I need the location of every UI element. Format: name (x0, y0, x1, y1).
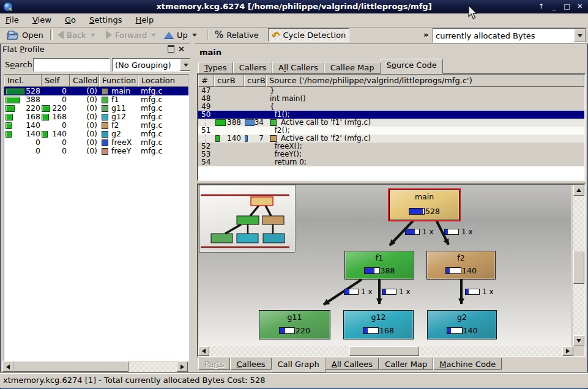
column-line[interactable]: # (198, 75, 214, 87)
column-self[interactable]: Self (42, 75, 70, 87)
tab-all-callees[interactable]: All Callees (326, 358, 379, 370)
flat-profile-table: Incl. Self Called Function Location 528 … (4, 74, 189, 361)
table-row-f2[interactable]: 140 0 (0) f2 mfg.c (4, 121, 188, 130)
flat-profile-hscrollbar[interactable] (2, 361, 188, 372)
dock-close-icon[interactable]: × (178, 46, 185, 52)
table-row-main[interactable]: 528 0 (0) main mfg.c (4, 87, 188, 95)
graph-node-g12[interactable]: g12 168 (343, 310, 414, 339)
minimize-button[interactable]: _ (549, 2, 559, 12)
scroll-left-icon[interactable] (198, 346, 209, 356)
scroll-left-icon[interactable] (2, 361, 13, 372)
forward-button[interactable]: Forward (103, 28, 159, 42)
flat-profile-title: Flat Profile (2, 45, 45, 54)
tab-callers[interactable]: Callers (233, 62, 272, 74)
table-row-g2[interactable]: 140 140 (0) g2 mfg.c (4, 130, 188, 138)
scrollbar-thumb[interactable] (573, 251, 584, 284)
table-row-g11[interactable]: 220 220 (0) g11 mfg.c (4, 104, 188, 113)
tab-call-graph[interactable]: Call Graph (272, 358, 326, 372)
graph-overview-minimap[interactable] (199, 185, 296, 253)
menu-settings[interactable]: Settings (84, 13, 127, 27)
graph-vscrollbar[interactable] (573, 185, 584, 346)
graph-node-f1[interactable]: f1 388 (344, 251, 414, 280)
cycle-detection-button[interactable]: ↶ Cycle Detection (268, 28, 349, 42)
event-type-combobox[interactable]: currently allocated Bytes (433, 28, 586, 43)
column-location[interactable]: Location (138, 75, 188, 87)
edge-label-main-f2: 1 x (444, 228, 473, 236)
tab-source-code[interactable]: Source Code (381, 59, 443, 74)
event-type-dropdown-icon[interactable] (574, 29, 586, 42)
scrollbar-track[interactable] (573, 196, 584, 251)
column-function[interactable]: Function (99, 75, 138, 87)
source-call-row[interactable]: 140 7 Active call to 'f2' (mfg.c) (198, 135, 584, 143)
dock-float-icon[interactable] (168, 45, 174, 53)
source-line[interactable]: 51 f2(); (198, 127, 584, 135)
title-bar[interactable]: xtmemory.kcg.6274 [/home/philippe/valgri… (0, 0, 588, 13)
toolbar-separator (50, 29, 53, 40)
search-input[interactable] (33, 58, 110, 72)
grouping-combobox[interactable]: (No Grouping) (112, 58, 192, 72)
source-line[interactable]: 47 } (198, 87, 584, 95)
column-curBk[interactable]: curBk (244, 75, 266, 87)
graph-node-g11[interactable]: g11 220 (259, 310, 330, 339)
scroll-right-icon[interactable] (177, 361, 188, 372)
function-color-swatch (270, 119, 277, 126)
function-color-swatch (102, 131, 108, 138)
source-line[interactable]: 54 return 0; (198, 158, 584, 166)
up-button[interactable]: Up (161, 28, 200, 42)
shade-button[interactable]: ↑ (536, 2, 546, 12)
source-line[interactable]: 53 freeY(); (198, 150, 584, 158)
graph-node-g2[interactable]: g2 140 (427, 310, 497, 339)
column-curB[interactable]: curB (214, 75, 244, 87)
function-color-swatch (102, 148, 108, 155)
table-row-freeX[interactable]: 0 0 (0) freeX mfg.c (4, 138, 188, 147)
menu-view[interactable]: View (27, 13, 57, 27)
menu-file[interactable]: File (0, 13, 24, 27)
flat-profile-header: Incl. Self Called Function Location (4, 75, 188, 87)
toolbar-overflow-button[interactable]: » (423, 30, 428, 39)
forward-dropdown-icon[interactable] (151, 34, 156, 37)
scroll-right-icon[interactable] (562, 346, 573, 356)
scrollbar-track[interactable] (573, 284, 584, 335)
tab-callees[interactable]: Callees (230, 358, 271, 370)
table-row-freeY[interactable]: 0 0 (0) freeY mfg.c (4, 147, 188, 155)
tab-parts[interactable]: Parts (198, 358, 230, 370)
source-call-row[interactable]: 388 34 Active call to 'f1' (mfg.c) (198, 119, 584, 127)
column-called[interactable]: Called (70, 75, 99, 87)
tab-machine-code[interactable]: Machine Code (433, 358, 502, 370)
source-line[interactable]: 52 freeX(); (198, 143, 584, 150)
scrollbar-track[interactable] (209, 346, 349, 356)
scrollbar-track[interactable] (419, 346, 562, 356)
close-button[interactable]: ✕ (575, 2, 585, 12)
scrollbar-track[interactable] (128, 361, 177, 372)
open-button[interactable]: Open (4, 28, 47, 42)
tab-caller-map[interactable]: Caller Map (379, 358, 433, 370)
tab-callee-map[interactable]: Callee Map (324, 62, 381, 74)
maximize-button[interactable]: □ (562, 2, 572, 12)
tab-all-callers[interactable]: All Callers (272, 62, 324, 74)
scrollbar-thumb[interactable] (13, 361, 128, 372)
source-line[interactable]: 48 int main() (198, 95, 584, 103)
scrollbar-thumb[interactable] (349, 346, 419, 356)
scroll-up-icon[interactable] (573, 185, 584, 196)
tab-types[interactable]: Types (198, 62, 233, 74)
menu-help[interactable]: Help (130, 13, 160, 27)
menu-go[interactable]: Go (59, 13, 81, 27)
source-line[interactable]: 49 { (198, 103, 584, 111)
relative-button[interactable]: % Relative (212, 28, 262, 42)
back-dropdown-icon[interactable] (91, 34, 95, 37)
call-graph-canvas[interactable]: main 528 f1 388 f2 140 g11 220 g12 168 g… (198, 185, 571, 346)
flat-profile-dock-titlebar[interactable]: Flat Profile × (2, 45, 188, 56)
back-button[interactable]: Back (54, 28, 99, 42)
graph-node-f2[interactable]: f2 140 (426, 251, 496, 280)
search-label: Search: (5, 60, 35, 69)
graph-node-main[interactable]: main 528 (389, 190, 460, 220)
panel-splitter[interactable] (190, 43, 195, 373)
table-row-g12[interactable]: 168 168 (0) g12 mfg.c (4, 113, 188, 121)
scroll-down-icon[interactable] (573, 335, 584, 346)
graph-hscrollbar[interactable] (198, 346, 573, 356)
call-graph-panel: main 528 f1 388 f2 140 g11 220 g12 168 g… (197, 183, 586, 357)
up-dropdown-icon[interactable] (192, 34, 197, 37)
table-row-f1[interactable]: 388 0 (0) f1 mfg.c (4, 95, 188, 104)
column-source[interactable]: Source ('/home/philippe/valgrind/littlep… (266, 75, 584, 87)
column-incl[interactable]: Incl. (4, 75, 42, 87)
